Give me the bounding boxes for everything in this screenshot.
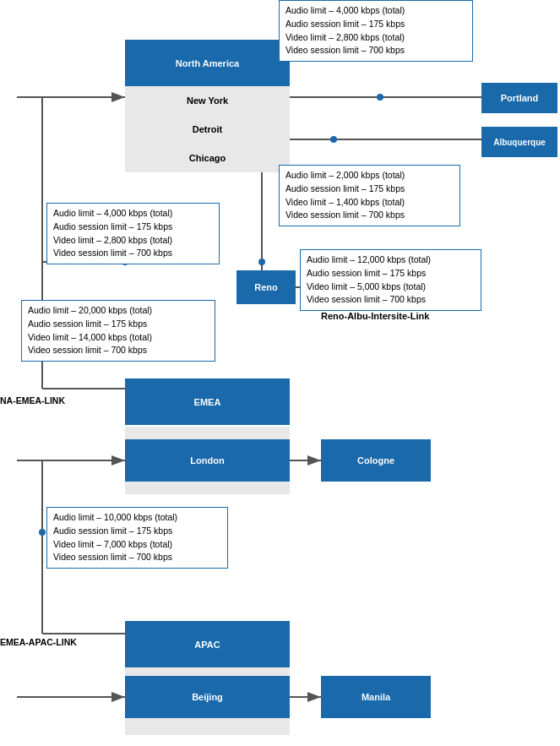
info-na-bl-line2: Audio session limit – 175 kbps bbox=[28, 318, 209, 331]
cologne-label: Cologne bbox=[357, 455, 394, 466]
info-na-left-line4: Video session limit – 700 kbps bbox=[53, 247, 213, 260]
info-reno-line2: Audio session limit – 175 kbps bbox=[307, 267, 475, 280]
north-america-label: North America bbox=[176, 58, 239, 68]
info-na-top-line2: Audio session limit – 175 kbps bbox=[285, 18, 466, 31]
beijing-label: Beijing bbox=[192, 692, 223, 702]
info-na-left: Audio limit – 4,000 kbps (total) Audio s… bbox=[46, 203, 220, 264]
info-reno-line4: Video session limit – 700 kbps bbox=[307, 293, 475, 307]
cologne-box: Cologne bbox=[321, 439, 431, 482]
chicago-label: Chicago bbox=[189, 153, 226, 163]
svg-point-5 bbox=[377, 94, 383, 101]
emea-box: EMEA bbox=[125, 378, 290, 425]
london-label: London bbox=[190, 455, 224, 466]
chicago-box: Chicago bbox=[125, 144, 290, 172]
manila-label: Manila bbox=[362, 692, 390, 702]
svg-point-24 bbox=[258, 259, 265, 265]
info-chicago-right: Audio limit – 2,000 kbps (total) Audio s… bbox=[279, 165, 460, 226]
reno-box: Reno bbox=[237, 270, 296, 304]
info-reno-right: Audio limit – 12,000 kbps (total) Audio … bbox=[300, 249, 481, 311]
albuquerque-box: Albuquerque bbox=[481, 127, 557, 157]
info-na-bl-line3: Video limit – 14,000 kbps (total) bbox=[28, 331, 209, 345]
info-na-bl-line1: Audio limit – 20,000 kbps (total) bbox=[28, 304, 209, 318]
info-emea-line1: Audio limit – 10,000 kbps (total) bbox=[53, 511, 221, 525]
info-na-left-line3: Video limit – 2,800 kbps (total) bbox=[53, 234, 213, 248]
info-na-left-line2: Audio session limit – 175 kbps bbox=[53, 221, 213, 234]
info-chi-line1: Audio limit – 2,000 kbps (total) bbox=[285, 169, 454, 182]
info-reno-line3: Video limit – 5,000 kbps (total) bbox=[307, 280, 475, 294]
info-emea-line2: Audio session limit – 175 kbps bbox=[53, 525, 221, 538]
info-emea-line4: Video session limit – 700 kbps bbox=[53, 551, 221, 564]
info-na-left-line1: Audio limit – 4,000 kbps (total) bbox=[53, 207, 213, 221]
info-na-bottom-left: Audio limit – 20,000 kbps (total) Audio … bbox=[21, 300, 215, 362]
detroit-box: Detroit bbox=[125, 115, 290, 144]
reno-albu-label: Reno-Albu-Intersite-Link bbox=[321, 311, 429, 321]
info-na-top-line1: Audio limit – 4,000 kbps (total) bbox=[285, 4, 466, 18]
diagram: North America New York Detroit Chicago P… bbox=[0, 0, 560, 746]
portland-box: Portland bbox=[481, 83, 557, 113]
svg-point-7 bbox=[330, 136, 337, 143]
apac-box: APAC bbox=[125, 621, 290, 667]
emea-apac-label: EMEA-APAC-LINK bbox=[0, 637, 77, 647]
apac-label: APAC bbox=[194, 640, 220, 650]
info-emea-left: Audio limit – 10,000 kbps (total) Audio … bbox=[46, 507, 228, 569]
na-emea-label: NA-EMEA-LINK bbox=[0, 395, 65, 406]
manila-box: Manila bbox=[321, 676, 431, 718]
beijing-box: Beijing bbox=[125, 676, 290, 718]
reno-label: Reno bbox=[254, 282, 278, 292]
detroit-label: Detroit bbox=[193, 124, 222, 134]
svg-point-16 bbox=[39, 529, 46, 536]
info-emea-line3: Video limit – 7,000 kbps (total) bbox=[53, 538, 221, 552]
info-na-top-line3: Video limit – 2,800 kbps (total) bbox=[285, 31, 466, 45]
albuquerque-label: Albuquerque bbox=[493, 138, 546, 147]
info-chi-line4: Video session limit – 700 kbps bbox=[285, 209, 454, 222]
info-chi-line2: Audio session limit – 175 kbps bbox=[285, 182, 454, 196]
info-reno-line1: Audio limit – 12,000 kbps (total) bbox=[307, 253, 475, 267]
new-york-box: New York bbox=[125, 86, 290, 115]
emea-label: EMEA bbox=[194, 397, 221, 407]
new-york-label: New York bbox=[187, 95, 228, 106]
info-na-bl-line4: Video session limit – 700 kbps bbox=[28, 344, 209, 357]
north-america-box: North America bbox=[125, 40, 290, 86]
portland-label: Portland bbox=[501, 93, 539, 103]
london-box: London bbox=[125, 439, 290, 482]
info-na-top-line4: Video session limit – 700 kbps bbox=[285, 44, 466, 57]
info-na-top: Audio limit – 4,000 kbps (total) Audio s… bbox=[279, 0, 473, 62]
info-chi-line3: Video limit – 1,400 kbps (total) bbox=[285, 196, 454, 210]
